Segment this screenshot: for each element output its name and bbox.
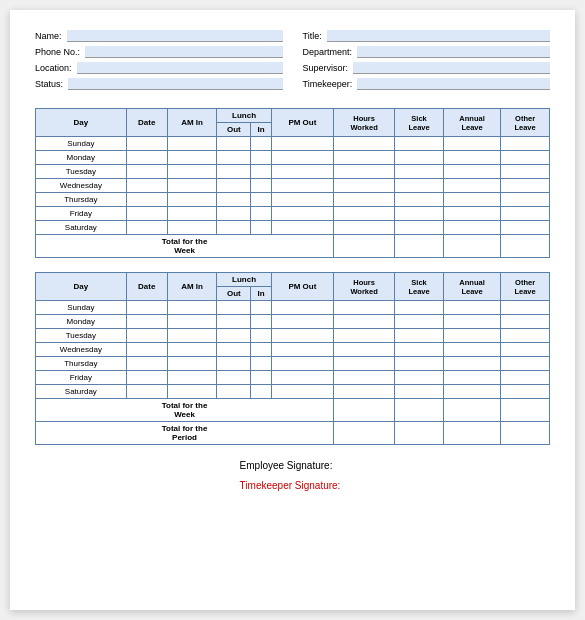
status-row: Status: [35,78,283,90]
th-lunch-in-2: In [251,287,271,301]
table-row: Monday [36,315,550,329]
total-week-row-1: Total for theWeek [36,235,550,258]
th-lunch-out-1: Out [217,123,251,137]
status-label: Status: [35,79,63,89]
timekeeper-row: Timekeeper: [303,78,551,90]
th-amin-2: AM In [167,273,217,301]
th-date-2: Date [126,273,167,301]
day-saturday-1: Saturday [36,221,127,235]
day-sunday-2: Sunday [36,301,127,315]
location-label: Location: [35,63,72,73]
timekeeper-signature-row: Timekeeper Signature: [240,479,346,491]
day-friday-2: Friday [36,371,127,385]
total-week-label-2: Total for theWeek [36,399,334,422]
th-day-2: Day [36,273,127,301]
th-sick-1: SickLeave [395,109,444,137]
day-monday-2: Monday [36,315,127,329]
day-monday-1: Monday [36,151,127,165]
supervisor-label: Supervisor: [303,63,349,73]
table-row: Thursday [36,193,550,207]
department-label: Department: [303,47,353,57]
timekeeper-signature-label: Timekeeper Signature: [240,480,341,491]
right-fields: Title: Department: Supervisor: Timekeepe… [303,30,551,94]
total-period-row: Total for thePeriod [36,422,550,445]
table-row: Tuesday [36,165,550,179]
th-other-1: OtherLeave [501,109,550,137]
th-lunch-1: Lunch [217,109,271,123]
th-annual-2: AnnualLeave [443,273,500,301]
phone-input[interactable] [85,46,282,58]
total-week-row-2: Total for theWeek [36,399,550,422]
th-hours-1: HoursWorked [334,109,395,137]
title-label: Title: [303,31,322,41]
location-row: Location: [35,62,283,74]
table-row: Thursday [36,357,550,371]
employee-signature-label: Employee Signature: [240,460,333,471]
table-row: Wednesday [36,179,550,193]
th-lunch-2: Lunch [217,273,271,287]
table-row: Saturday [36,221,550,235]
signatures-section: Employee Signature: Timekeeper Signature… [35,459,550,499]
left-fields: Name: Phone No.: Location: Status: [35,30,283,94]
table-row: Sunday [36,301,550,315]
supervisor-input[interactable] [353,62,550,74]
name-row: Name: [35,30,283,42]
day-friday-1: Friday [36,207,127,221]
total-week-label-1: Total for theWeek [36,235,334,258]
day-sunday-1: Sunday [36,137,127,151]
table-row: Tuesday [36,329,550,343]
name-input[interactable] [67,30,283,42]
department-input[interactable] [357,46,550,58]
th-annual-1: AnnualLeave [443,109,500,137]
location-input[interactable] [77,62,283,74]
table-row: Monday [36,151,550,165]
total-period-label: Total for thePeriod [36,422,334,445]
th-lunch-out-2: Out [217,287,251,301]
table-row: Saturday [36,385,550,399]
status-input[interactable] [68,78,282,90]
employee-signature-row: Employee Signature: [240,459,338,471]
table-row: Friday [36,207,550,221]
day-saturday-2: Saturday [36,385,127,399]
title-input[interactable] [327,30,550,42]
name-label: Name: [35,31,62,41]
phone-label: Phone No.: [35,47,80,57]
th-sick-2: SickLeave [395,273,444,301]
table-row: Friday [36,371,550,385]
form-section: Name: Phone No.: Location: Status: Title… [35,30,550,94]
day-thursday-1: Thursday [36,193,127,207]
th-pmout-2: PM Out [271,273,333,301]
timesheet-table-1: Day Date AM In Lunch PM Out HoursWorked … [35,108,550,258]
timekeeper-input[interactable] [357,78,550,90]
table-row: Wednesday [36,343,550,357]
timekeeper-label: Timekeeper: [303,79,353,89]
th-other-2: OtherLeave [501,273,550,301]
page: Name: Phone No.: Location: Status: Title… [10,10,575,610]
title-row: Title: [303,30,551,42]
day-wednesday-1: Wednesday [36,179,127,193]
th-amin-1: AM In [167,109,217,137]
phone-row: Phone No.: [35,46,283,58]
day-tuesday-1: Tuesday [36,165,127,179]
timesheet-table-2: Day Date AM In Lunch PM Out HoursWorked … [35,272,550,445]
supervisor-row: Supervisor: [303,62,551,74]
th-hours-2: HoursWorked [334,273,395,301]
department-row: Department: [303,46,551,58]
th-pmout-1: PM Out [271,109,333,137]
day-wednesday-2: Wednesday [36,343,127,357]
th-date-1: Date [126,109,167,137]
table-row: Sunday [36,137,550,151]
th-lunch-in-1: In [251,123,271,137]
th-day-1: Day [36,109,127,137]
day-thursday-2: Thursday [36,357,127,371]
day-tuesday-2: Tuesday [36,329,127,343]
